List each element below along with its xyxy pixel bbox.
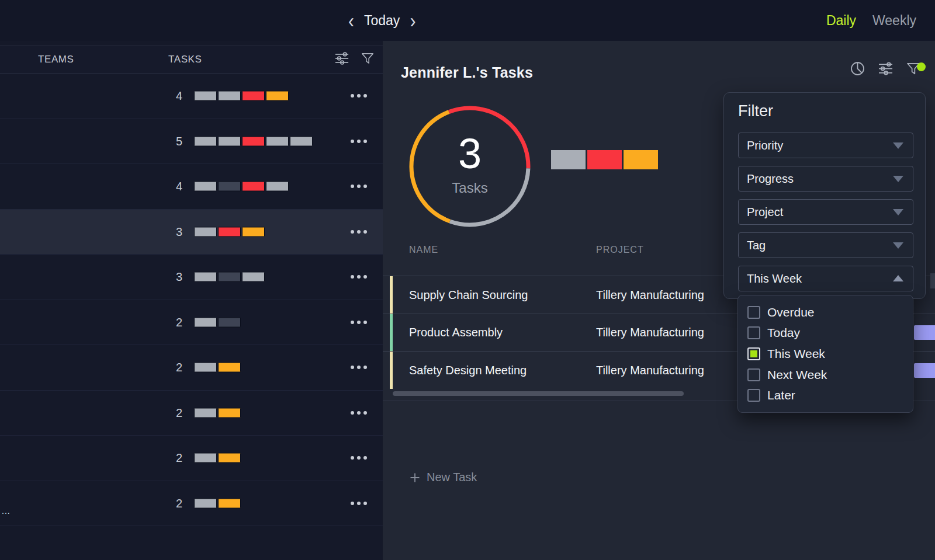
sliders-icon[interactable] [333,50,351,69]
task-segment-red [242,91,265,101]
checkbox[interactable] [747,347,760,360]
task-count: 2 [147,451,182,465]
task-color-stripe [390,352,393,389]
task-segment-gray [194,136,217,146]
tab-daily[interactable]: Daily [826,13,856,29]
team-row[interactable]: 4 [0,164,383,210]
task-segment-gray [194,408,217,418]
task-count: 5 [147,134,182,148]
task-segment-gray [194,453,217,463]
task-project: Tillery Manufacturing [596,326,704,339]
task-segment-gray [266,136,289,146]
filter-option-label: Today [767,326,800,340]
task-bar [194,317,241,327]
team-row[interactable]: 4 [0,74,383,119]
checkbox[interactable] [747,306,760,319]
task-segment-gray [290,136,313,146]
project-column-header: PROJECT [596,245,644,255]
row-menu-button[interactable] [348,499,369,507]
donut-center: 3 Tasks [406,134,534,196]
chevron-down-icon [893,176,903,182]
top-bar: ‹ Today › Daily Weekly [0,0,935,41]
row-menu-button[interactable] [348,318,369,326]
row-menu-button[interactable] [348,363,369,371]
date-navigation: ‹ Today › [348,0,415,41]
row-menu-button[interactable] [348,182,369,190]
task-segment-gray [194,317,217,327]
filter-option-later[interactable]: Later [738,385,913,406]
timeline-task-bar[interactable] [914,325,935,340]
filter-icon[interactable] [360,50,375,69]
task-bar [194,227,265,236]
today-label[interactable]: Today [364,13,400,29]
filter-options-list: Overdue Today This Week Next Week Later [738,302,913,406]
summary-bar [551,150,658,169]
next-day-button[interactable]: › [410,11,415,31]
horizontal-scrollbar[interactable] [393,391,684,396]
filter-selects: Priority Progress Project Tag This Week [738,133,913,291]
teams-panel-header: TEAMS TASKS [0,46,383,74]
plus-icon [409,472,421,484]
task-count: 2 [147,361,182,374]
row-menu-button[interactable] [348,228,369,236]
row-menu-button[interactable] [348,137,369,145]
task-count: 3 [147,270,182,284]
task-segment-orange [218,408,241,418]
checkbox[interactable] [747,368,760,381]
task-bar [194,453,241,463]
team-row[interactable]: 3 [0,210,383,255]
team-row[interactable]: 2 [0,391,383,436]
team-row[interactable]: 2 [0,345,383,391]
task-bar [194,363,241,373]
row-menu-button[interactable] [348,409,369,417]
checkbox[interactable] [747,326,760,339]
team-row[interactable]: 2 [0,481,383,527]
filter-option-today[interactable]: Today [738,323,913,344]
prev-day-button[interactable]: ‹ [348,11,354,31]
filter-select-label: Tag [747,239,766,252]
new-task-button[interactable]: New Task [409,471,477,484]
checkbox[interactable] [747,389,760,402]
filter-option-next-week[interactable]: Next Week [738,364,913,385]
task-segment-dim [218,182,241,192]
filter-select-label: Progress [747,172,794,186]
task-count: 2 [147,315,182,329]
filter-select-this-week[interactable]: This Week [738,266,913,291]
filter-panel: Filter Priority Progress Project Tag Thi… [723,92,926,299]
team-row[interactable]: 2 [0,300,383,346]
task-segment-orange [266,91,289,101]
summary-bar-segment-gray [551,150,586,169]
task-segment-gray [194,498,217,508]
filter-select-progress[interactable]: Progress [738,166,913,192]
task-color-stripe [390,276,393,314]
filter-select-project[interactable]: Project [738,199,913,225]
row-menu-button[interactable] [348,92,369,100]
row-menu-button[interactable] [348,454,369,462]
sliders-icon[interactable] [877,60,894,79]
tab-weekly[interactable]: Weekly [872,13,916,29]
chevron-down-icon [893,142,903,149]
timeline-fragment [930,273,935,288]
filter-option-overdue[interactable]: Overdue [738,302,913,323]
donut-count: 3 [406,134,534,173]
team-row[interactable]: 5 [0,119,383,165]
filter-select-tag[interactable]: Tag [738,232,913,258]
timeline-task-bar[interactable] [914,363,935,378]
filter-option-label: Next Week [767,368,827,382]
pie-chart-icon[interactable] [849,60,866,79]
team-row[interactable]: 3 [0,255,383,300]
teams-panel: TEAMS TASKS 4 5 4 [0,41,383,560]
task-bar [194,136,313,146]
task-segment-gray [218,136,241,146]
summary-bar-segment-red [587,150,622,169]
filter-option-this-week[interactable]: This Week [738,343,913,364]
filter-option-label: Overdue [767,305,815,319]
team-row[interactable]: 2 [0,436,383,481]
filter-active-dot [917,62,926,71]
row-menu-button[interactable] [348,273,369,281]
filter-icon[interactable] [905,60,922,79]
task-name: Product Assembly [409,326,503,339]
task-segment-orange [218,498,241,508]
task-name: Supply Chain Sourcing [409,288,528,301]
filter-select-priority[interactable]: Priority [738,133,913,158]
